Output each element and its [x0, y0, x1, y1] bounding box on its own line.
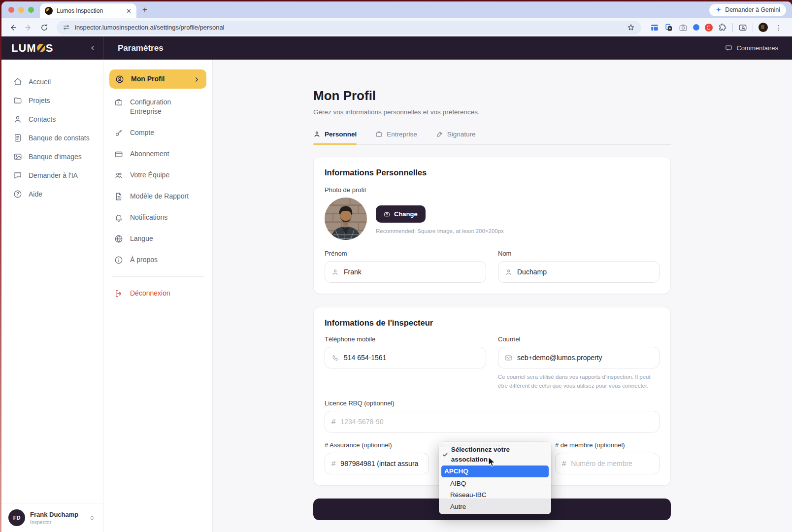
help-icon [13, 190, 22, 199]
tab-personnel[interactable]: Personnel [313, 131, 357, 144]
profile-circle-icon [115, 75, 124, 84]
sidebar-item-projets[interactable]: Projets [1, 91, 103, 110]
forward-button[interactable] [22, 21, 35, 34]
sidebar-item-accueil[interactable]: Accueil [1, 72, 103, 91]
comments-label: Commentaires [736, 44, 778, 52]
sidebar-item-label: Banque de constats [29, 134, 90, 142]
app-header: LUM S Paramètres Commentaires [1, 36, 792, 60]
avatar: FD [8, 509, 25, 526]
lumos-favicon-icon [45, 7, 53, 15]
pages-extension-icon[interactable] [664, 23, 673, 32]
new-tab-button[interactable]: + [136, 5, 153, 15]
settings-item-modele-rapport[interactable]: Modèle de Rapport [109, 186, 206, 207]
insurance-field[interactable]: # [325, 453, 429, 474]
settings-item-votre-equipe[interactable]: Votre Équipe [109, 165, 206, 186]
minimize-window-button[interactable] [18, 7, 24, 13]
browser-tab-strip: Lumos Inspection ✕ + Demander à Gemini [1, 1, 792, 18]
chevron-right-icon [193, 76, 200, 83]
tab-title: Lumos Inspection [57, 7, 121, 14]
member-input[interactable] [571, 460, 653, 467]
briefcase-icon [375, 131, 383, 138]
settings-item-deconnexion[interactable]: Déconnexion [109, 283, 206, 304]
blue-dot-extension-icon[interactable] [693, 24, 699, 31]
bell-icon [114, 213, 123, 222]
address-bar[interactable]: inspector.lumosinspection.ai/settings/pr… [57, 21, 641, 34]
email-field[interactable] [498, 347, 660, 368]
settings-item-a-propos[interactable]: À propos [109, 249, 206, 270]
dropdown-option-aibq[interactable]: AIBQ [439, 478, 551, 490]
toolbar-divider [732, 23, 733, 32]
tab-signature[interactable]: Signature [436, 131, 476, 144]
email-hint: Ce courriel sera utilisé dans vos rappor… [498, 373, 660, 391]
sidebar-item-aide[interactable]: Aide [1, 185, 103, 203]
change-button-label: Change [394, 210, 418, 218]
zoom-window-button[interactable] [28, 7, 34, 13]
dropdown-option-apchq[interactable]: APCHQ [441, 466, 549, 477]
browser-profile-avatar[interactable] [759, 23, 768, 32]
first-name-input[interactable] [344, 268, 479, 276]
settings-item-notifications[interactable]: Notifications [109, 207, 206, 228]
settings-item-label: Configuration Entreprise [130, 98, 196, 116]
camera-extension-icon[interactable] [679, 23, 688, 32]
signature-pen-icon [436, 131, 443, 138]
settings-item-label: Modèle de Rapport [130, 192, 189, 201]
gemini-button[interactable]: Demander à Gemini [709, 4, 786, 16]
tab-close-icon[interactable]: ✕ [125, 7, 132, 15]
sidebar-item-banque-constats[interactable]: Banque de constats [1, 129, 103, 147]
phone-field[interactable] [325, 347, 486, 368]
tab-search-icon[interactable] [738, 23, 747, 32]
tab-entreprise[interactable]: Entreprise [375, 131, 417, 144]
comment-bubble-icon [725, 44, 732, 52]
email-input[interactable] [517, 354, 653, 362]
change-photo-button[interactable]: Change [376, 205, 426, 223]
rbq-label: Licence RBQ (optionnel) [325, 399, 660, 407]
sidebar-collapse-icon[interactable] [89, 44, 97, 52]
first-name-field[interactable] [325, 261, 486, 283]
extensions-puzzle-icon[interactable] [718, 23, 727, 32]
check-icon [442, 452, 448, 458]
sidebar-item-demander-ia[interactable]: Demander à l'IA [1, 166, 103, 185]
settings-item-mon-profil[interactable]: Mon Profil [109, 69, 206, 89]
comments-button[interactable]: Commentaires [725, 44, 778, 52]
settings-item-configuration-entreprise[interactable]: Configuration Entreprise [109, 92, 200, 122]
settings-item-abonnement[interactable]: Abonnement [109, 143, 206, 165]
last-name-input[interactable] [517, 268, 653, 276]
reload-button[interactable] [38, 21, 51, 34]
dropdown-option-autre[interactable]: Autre [439, 501, 551, 513]
sidebar-item-label: Projets [29, 97, 50, 104]
settings-item-compte[interactable]: Compte [109, 122, 206, 143]
settings-item-langue[interactable]: Langue [109, 228, 206, 249]
last-name-field[interactable] [498, 261, 660, 283]
browser-tab[interactable]: Lumos Inspection ✕ [40, 3, 136, 18]
profile-photo-image [325, 198, 367, 240]
member-field[interactable]: # [555, 453, 660, 474]
personal-info-card: Informations Personnelles Photo de profi… [313, 157, 671, 294]
user-menu[interactable]: FD Frank Duchamp Inspector [1, 503, 103, 532]
card-title: Informations de l'inspecteur [325, 318, 660, 328]
user-name: Frank Duchamp [30, 511, 78, 518]
gemini-sparkle-icon [715, 6, 722, 13]
browser-window: Lumos Inspection ✕ + Demander à Gemini i… [1, 1, 792, 532]
rbq-input[interactable] [340, 418, 653, 426]
insurance-input[interactable] [340, 460, 422, 467]
forward-icon [24, 23, 33, 32]
logo-o-icon [37, 44, 45, 52]
sidebar-item-banque-images[interactable]: Banque d'images [1, 147, 103, 166]
bookmark-star-icon[interactable] [627, 23, 635, 32]
settings-nav: Mon Profil Configuration Entreprise Comp… [103, 60, 213, 532]
settings-item-label: Mon Profil [131, 74, 165, 84]
browser-menu-icon[interactable]: ⋮ [773, 24, 784, 32]
sidebar-item-label: Contacts [29, 115, 56, 123]
side-panel-extension-icon[interactable] [650, 23, 659, 32]
sidebar-item-contacts[interactable]: Contacts [1, 110, 103, 129]
rbq-field[interactable]: # [325, 411, 660, 432]
hash-icon: # [562, 459, 566, 467]
red-extension-icon[interactable] [705, 24, 713, 32]
dropdown-option-reseau-ibc[interactable]: Réseau-IBC [439, 489, 551, 501]
tab-label: Personnel [325, 131, 357, 138]
phone-input[interactable] [344, 354, 479, 362]
sidebar-item-label: Banque d'images [29, 153, 82, 161]
close-window-button[interactable] [8, 7, 14, 13]
sidebar-item-label: Accueil [29, 78, 51, 86]
back-button[interactable] [6, 21, 19, 34]
